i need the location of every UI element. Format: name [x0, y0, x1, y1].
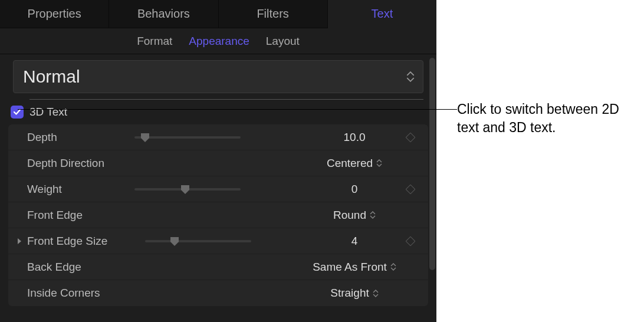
param-label: Depth Direction [17, 157, 134, 170]
sub-tab-layout[interactable]: Layout [266, 35, 300, 48]
keyframe-icon[interactable] [406, 132, 416, 142]
param-row: Depth10.0 [8, 124, 428, 150]
param-row: Inside CornersStraight [8, 280, 428, 306]
param-list: Depth10.0Depth DirectionCenteredWeight0F… [8, 124, 428, 306]
annotation-leader [18, 109, 457, 110]
slider[interactable] [145, 235, 251, 247]
param-label: Inside Corners [17, 287, 134, 300]
popup-value: Same As Front [313, 261, 387, 274]
param-label: Front Edge Size [27, 235, 145, 248]
popup-select[interactable]: Straight [310, 287, 399, 300]
param-label: Depth [17, 131, 134, 144]
param-row: Front Edge Size4 [8, 228, 428, 254]
sub-tab-bar: Format Appearance Layout [0, 28, 436, 54]
preset-select[interactable]: Normal [13, 60, 423, 93]
preset-row: Normal [0, 54, 436, 99]
stepper-icon [373, 290, 379, 297]
scrollbar[interactable] [429, 58, 435, 270]
popup-select[interactable]: Round [310, 209, 399, 222]
value-field[interactable]: 10.0 [310, 131, 399, 144]
slider[interactable] [134, 132, 241, 143]
slider-thumb[interactable] [140, 132, 150, 143]
param-row: Back EdgeSame As Front [8, 254, 428, 280]
slider-thumb[interactable] [180, 184, 190, 195]
stepper-icon [376, 159, 382, 167]
tab-properties[interactable]: Properties [0, 0, 109, 28]
param-label: Back Edge [17, 261, 134, 274]
checkbox-3d-text[interactable] [11, 106, 24, 119]
popup-value: Round [333, 209, 366, 222]
annotation-text: Click to switch between 2D text and 3D t… [457, 100, 640, 137]
disclosure-triangle-icon[interactable] [17, 238, 27, 245]
top-tab-bar: Properties Behaviors Filters Text [0, 0, 436, 28]
popup-select[interactable]: Centered [310, 157, 399, 170]
tab-behaviors[interactable]: Behaviors [109, 0, 218, 28]
value-field[interactable]: 4 [310, 235, 399, 248]
param-label: Front Edge [17, 209, 134, 222]
section-title: 3D Text [29, 106, 67, 119]
slider-thumb[interactable] [169, 236, 180, 247]
stepper-icon [370, 211, 376, 219]
stepper-icon [390, 263, 396, 271]
param-row: Weight0 [8, 176, 428, 202]
section-header-3d-text: 3D Text [0, 100, 436, 124]
tab-text[interactable]: Text [328, 0, 436, 28]
preset-value: Normal [23, 67, 80, 87]
inspector-panel: Properties Behaviors Filters Text Format… [0, 0, 436, 322]
param-label: Weight [17, 183, 134, 196]
sub-tab-format[interactable]: Format [137, 35, 172, 48]
value-field[interactable]: 0 [310, 183, 399, 196]
popup-select[interactable]: Same As Front [310, 261, 399, 274]
popup-value: Centered [327, 157, 373, 170]
slider[interactable] [134, 183, 241, 195]
tab-filters[interactable]: Filters [219, 0, 328, 28]
stepper-icon [406, 71, 415, 82]
param-row: Front EdgeRound [8, 202, 428, 228]
param-row: Depth DirectionCentered [8, 150, 428, 176]
sub-tab-appearance[interactable]: Appearance [189, 35, 249, 48]
keyframe-icon[interactable] [406, 236, 416, 246]
popup-value: Straight [330, 287, 369, 300]
keyframe-icon[interactable] [406, 184, 416, 194]
